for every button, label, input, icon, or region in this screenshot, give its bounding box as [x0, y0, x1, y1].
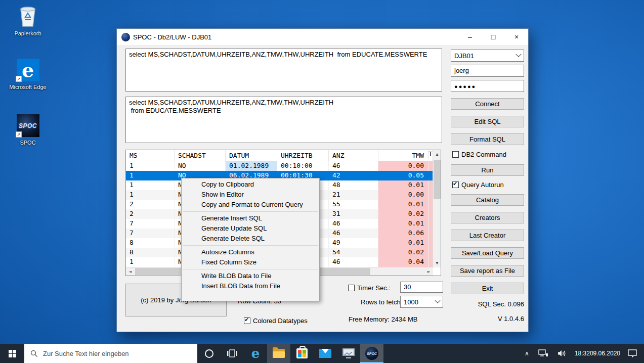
- rows-to-fetch-select[interactable]: 1000: [400, 296, 443, 308]
- table-cell[interactable]: 54: [329, 248, 378, 257]
- scroll-down-icon[interactable]: ▼: [433, 259, 441, 267]
- column-header[interactable]: ANZ: [329, 150, 378, 161]
- catalog-button[interactable]: Catalog: [451, 194, 524, 206]
- db2-command-checkbox[interactable]: DB2 Command: [452, 151, 506, 158]
- table-row[interactable]: 1NO01.02.198900:10:00460.00: [126, 161, 441, 171]
- menu-item[interactable]: Generate Update SQL: [182, 223, 319, 234]
- timer-seconds-input[interactable]: 30: [400, 282, 443, 293]
- scroll-right-icon[interactable]: ►: [424, 267, 433, 276]
- column-header[interactable]: TMW: [378, 150, 428, 161]
- table-cell[interactable]: 8: [126, 248, 175, 257]
- table-cell[interactable]: 0.00: [378, 190, 428, 200]
- table-cell[interactable]: 1: [126, 171, 175, 180]
- username-field[interactable]: joerg: [451, 65, 524, 77]
- table-cell[interactable]: 46: [329, 219, 378, 229]
- taskbar-search[interactable]: Zur Suche Text hier eingeben: [24, 344, 197, 363]
- connect-button[interactable]: Connect: [451, 98, 524, 110]
- table-cell[interactable]: NO: [175, 161, 226, 171]
- table-cell[interactable]: 0.05: [378, 171, 428, 180]
- edge-taskbar-button[interactable]: e: [244, 344, 267, 363]
- exit-button[interactable]: Exit: [451, 283, 524, 294]
- checkbox-icon[interactable]: [452, 182, 459, 188]
- menu-item[interactable]: Fixed Column Size: [182, 257, 319, 267]
- column-header[interactable]: DATUM: [226, 150, 277, 161]
- result-table-header[interactable]: MSSCHADSTDATUMUHRZEITBANZTMWT: [126, 150, 441, 161]
- table-cell[interactable]: 1: [126, 161, 175, 171]
- store-button[interactable]: [290, 344, 314, 363]
- table-cell[interactable]: 31: [329, 209, 378, 219]
- column-header[interactable]: MS: [126, 150, 175, 161]
- table-cell[interactable]: 1: [126, 180, 175, 190]
- table-cell[interactable]: 0.01: [378, 219, 428, 229]
- menu-item[interactable]: Generate Delete SQL: [182, 234, 319, 244]
- menu-item[interactable]: Autosize Columns: [182, 247, 319, 257]
- database-select[interactable]: DJB01: [451, 50, 524, 62]
- colored-datatypes-checkbox[interactable]: Colored Datatypes: [244, 317, 308, 325]
- task-view-button[interactable]: [221, 344, 244, 363]
- monitor-app-button[interactable]: [337, 344, 360, 363]
- table-cell[interactable]: 1: [126, 257, 175, 267]
- start-button[interactable]: [0, 344, 24, 363]
- menu-item[interactable]: Show in Editor: [182, 190, 319, 200]
- table-cell[interactable]: 00:10:00: [277, 161, 329, 171]
- menu-item[interactable]: Copy and Format to Current Query: [182, 200, 319, 210]
- volume-button[interactable]: [553, 344, 572, 363]
- table-cell[interactable]: 55: [329, 200, 378, 209]
- menu-item[interactable]: Insert BLOB Data from File: [182, 281, 319, 291]
- table-cell[interactable]: 46: [329, 257, 378, 267]
- column-header[interactable]: SCHADST: [175, 150, 226, 161]
- network-button[interactable]: [534, 344, 553, 363]
- save-report-button[interactable]: Save report as File: [451, 265, 524, 277]
- creators-button[interactable]: Creators: [451, 212, 524, 223]
- table-cell[interactable]: 0.02: [378, 248, 428, 257]
- table-cell[interactable]: 1: [126, 190, 175, 200]
- vertical-scrollbar[interactable]: ▲ ▼: [433, 150, 441, 267]
- checkbox-icon[interactable]: [348, 285, 355, 291]
- file-explorer-button[interactable]: [267, 344, 290, 363]
- menu-item[interactable]: Generate Insert SQL: [182, 213, 319, 223]
- table-cell[interactable]: 49: [329, 238, 378, 248]
- close-button[interactable]: ×: [505, 29, 528, 45]
- maximize-button[interactable]: □: [482, 29, 505, 45]
- edit-sql-button[interactable]: Edit SQL: [451, 116, 524, 127]
- timer-checkbox[interactable]: Timer Sec.:: [348, 284, 391, 292]
- column-header[interactable]: UHRZEITB: [277, 150, 329, 161]
- table-cell[interactable]: 0.01: [378, 200, 428, 209]
- format-sql-button[interactable]: Format SQL: [451, 133, 524, 145]
- run-button[interactable]: Run: [451, 164, 524, 176]
- vertical-scroll-thumb[interactable]: [434, 160, 441, 199]
- desktop-icon-edge[interactable]: e ↗ Microsoft Edge: [7, 59, 49, 90]
- table-cell[interactable]: 0.06: [378, 229, 428, 238]
- notification-button[interactable]: [623, 344, 644, 363]
- table-cell[interactable]: 0.04: [378, 257, 428, 267]
- table-cell[interactable]: 48: [329, 180, 378, 190]
- scroll-left-icon[interactable]: ◄: [126, 267, 135, 276]
- desktop-icon-spoc[interactable]: SPOC ↗ SPOC: [7, 114, 49, 146]
- table-cell[interactable]: 7: [126, 219, 175, 229]
- title-bar[interactable]: SPOC - Db2/LUW - DJB01 – □ ×: [117, 29, 528, 45]
- sql-editor[interactable]: select MS,SCHADST,DATUM,UHRZEITB,ANZ,TMW…: [125, 49, 442, 92]
- table-cell[interactable]: 8: [126, 238, 175, 248]
- table-cell[interactable]: 46: [329, 229, 378, 238]
- password-field[interactable]: ●●●●●: [451, 80, 524, 92]
- mail-button[interactable]: [314, 344, 337, 363]
- table-cell[interactable]: 21: [329, 190, 378, 200]
- minimize-button[interactable]: –: [458, 29, 482, 45]
- taskbar-clock[interactable]: 18:32 09.06.2020: [572, 344, 623, 363]
- table-cell[interactable]: 0.02: [378, 209, 428, 219]
- menu-item[interactable]: Copy to Clipboard: [182, 179, 319, 190]
- table-cell[interactable]: 01.02.1989: [226, 161, 277, 171]
- last-creator-button[interactable]: Last Creator: [451, 230, 524, 241]
- menu-item[interactable]: Write BLOB Data to File: [182, 271, 319, 281]
- checkbox-icon[interactable]: [452, 151, 459, 158]
- table-cell[interactable]: 0.00: [378, 161, 428, 171]
- tray-chevron-button[interactable]: ∧: [520, 344, 534, 363]
- sql-current-query[interactable]: select MS,SCHADST,DATUM,UHRZEITB,ANZ,TMW…: [125, 97, 442, 143]
- table-cell[interactable]: 0.01: [378, 238, 428, 248]
- desktop-icon-recycle-bin[interactable]: Papierkorb: [7, 4, 49, 36]
- table-cell[interactable]: 2: [126, 209, 175, 219]
- query-autorun-checkbox[interactable]: Query Autorun: [452, 181, 504, 189]
- table-cell[interactable]: 42: [329, 171, 378, 180]
- cortana-button[interactable]: [197, 344, 221, 363]
- scroll-up-icon[interactable]: ▲: [433, 150, 441, 159]
